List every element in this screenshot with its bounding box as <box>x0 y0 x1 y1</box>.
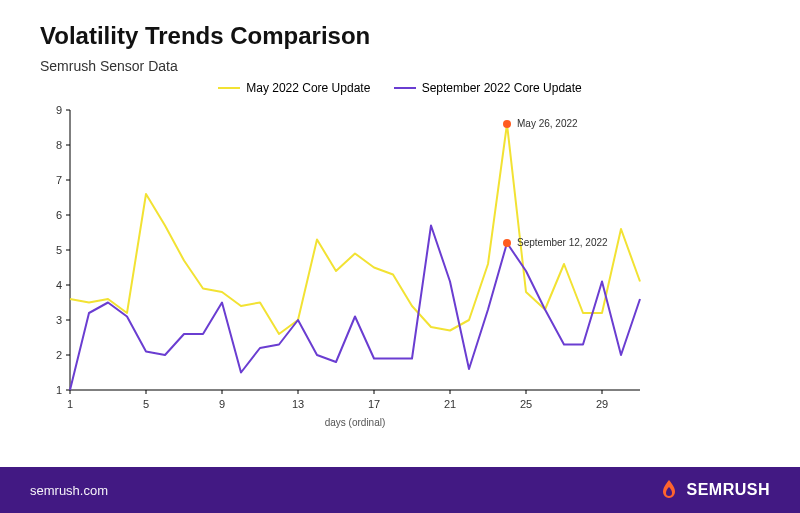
footer: semrush.com SEMRUSH <box>0 467 800 513</box>
x-tick-label: 21 <box>444 398 456 410</box>
chart-subtitle: Semrush Sensor Data <box>40 58 178 74</box>
y-tick-label: 4 <box>56 279 62 291</box>
legend-swatch-may <box>218 87 240 90</box>
x-tick-label: 1 <box>67 398 73 410</box>
highlight-label-1: September 12, 2022 <box>517 237 608 248</box>
x-tick-label: 13 <box>292 398 304 410</box>
series-line-1 <box>70 226 640 391</box>
footer-brand: SEMRUSH <box>686 481 770 499</box>
legend-label-sep: September 2022 Core Update <box>422 81 582 95</box>
y-tick-label: 2 <box>56 349 62 361</box>
x-tick-label: 29 <box>596 398 608 410</box>
series-line-0 <box>70 124 640 334</box>
x-tick-label: 5 <box>143 398 149 410</box>
legend-label-may: May 2022 Core Update <box>246 81 370 95</box>
highlight-label-0: May 26, 2022 <box>517 118 578 129</box>
legend: May 2022 Core Update September 2022 Core… <box>0 78 800 95</box>
y-tick-label: 8 <box>56 139 62 151</box>
highlight-dot-0 <box>503 120 511 128</box>
legend-swatch-sep <box>394 87 416 90</box>
x-tick-label: 17 <box>368 398 380 410</box>
footer-logo: SEMRUSH <box>658 479 770 501</box>
x-axis-label: days (ordinal) <box>325 417 386 428</box>
y-tick-label: 6 <box>56 209 62 221</box>
flame-icon <box>658 479 680 501</box>
highlight-dot-1 <box>503 239 511 247</box>
y-tick-label: 5 <box>56 244 62 256</box>
y-tick-label: 7 <box>56 174 62 186</box>
y-tick-label: 3 <box>56 314 62 326</box>
x-tick-label: 25 <box>520 398 532 410</box>
y-tick-label: 9 <box>56 104 62 116</box>
legend-item-may: May 2022 Core Update <box>218 81 370 95</box>
y-tick-label: 1 <box>56 384 62 396</box>
footer-url: semrush.com <box>30 483 108 498</box>
legend-item-sep: September 2022 Core Update <box>394 81 582 95</box>
chart: 1234567891591317212529days (ordinal)May … <box>40 100 760 430</box>
chart-title: Volatility Trends Comparison <box>40 22 370 50</box>
x-tick-label: 9 <box>219 398 225 410</box>
